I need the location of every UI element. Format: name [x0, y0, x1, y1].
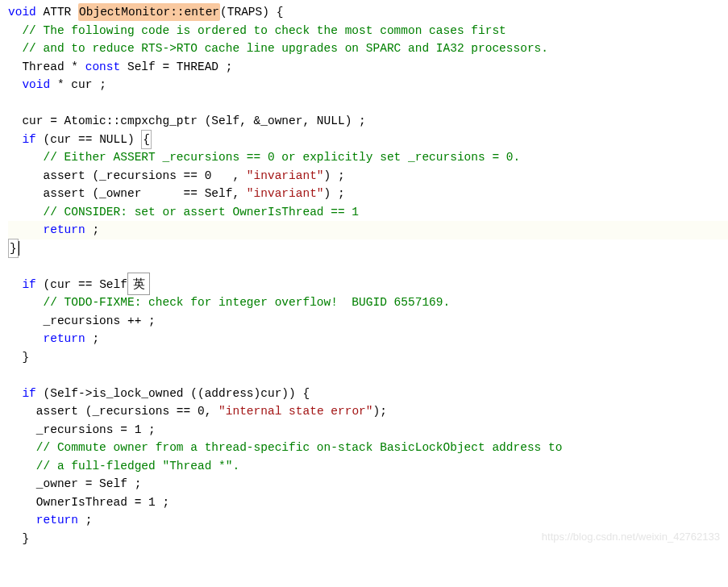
text-cursor	[19, 241, 19, 256]
code-line: _recursions = 1 ;	[8, 421, 728, 439]
code-line: // CONSIDER: set or assert OwnerIsThread…	[8, 203, 728, 222]
code-line: cur = Atomic::cmpxchg_ptr (Self, &_owner…	[8, 112, 728, 131]
comment: // Commute owner from a thread-specific …	[8, 439, 562, 456]
string: "invariant"	[247, 185, 324, 202]
code-line	[8, 94, 728, 113]
brace-highlight: {	[141, 130, 152, 149]
code-editor[interactable]: void ATTR ObjectMonitor::enter(TRAPS) { …	[0, 3, 728, 547]
code-line: // TODO-FIXME: check for integer overflo…	[8, 294, 728, 312]
code-line: void * cur ;	[8, 76, 728, 94]
code-line: assert (_recursions == 0, "internal stat…	[8, 402, 728, 421]
code-line: assert (_owner == Self, "invariant") ;	[8, 185, 728, 203]
string: "invariant"	[247, 167, 324, 185]
code-line: // a full-fledged "Thread *".	[8, 457, 728, 476]
brace-highlight: }	[8, 239, 19, 258]
highlighted-function-name: ObjectMonitor::enter	[78, 3, 220, 21]
code-line: }	[8, 348, 728, 367]
comment: // The following code is ordered to chec…	[8, 22, 506, 40]
code-line: if (cur == NULL) {	[8, 131, 728, 149]
code-line: if (Self->is_lock_owned ((address)cur)) …	[8, 385, 728, 403]
code-line: return ;	[8, 511, 728, 530]
code-line: Thread * const Self = THREAD ;	[8, 58, 728, 77]
code-line: _owner = Self ;	[8, 475, 728, 493]
ime-indicator[interactable]: 英	[127, 273, 150, 295]
code-line: }	[8, 239, 728, 258]
code-line: // Commute owner from a thread-specific …	[8, 439, 728, 457]
comment: // TODO-FIXME: check for integer overflo…	[8, 294, 450, 311]
code-line: // and to reduce RTS->RTO cache line upg…	[8, 40, 728, 58]
code-line: if (cur == Self) {	[8, 276, 728, 294]
code-line: OwnerIsThread = 1 ;	[8, 493, 728, 512]
comment: // and to reduce RTS->RTO cache line upg…	[8, 40, 548, 57]
watermark-text: https://blog.csdn.net/weixin_42762133	[542, 529, 720, 545]
comment: // CONSIDER: set or assert OwnerIsThread…	[8, 203, 359, 221]
string: "internal state error"	[218, 402, 372, 420]
code-line: return ;	[8, 330, 728, 348]
code-line	[8, 366, 728, 385]
comment: // Either ASSERT _recursions == 0 or exp…	[8, 148, 520, 166]
code-line: // The following code is ordered to chec…	[8, 22, 728, 40]
keyword: void	[8, 3, 36, 21]
code-line: void ATTR ObjectMonitor::enter(TRAPS) {	[8, 3, 728, 22]
code-line: // Either ASSERT _recursions == 0 or exp…	[8, 148, 728, 167]
code-line-active: return ;	[8, 221, 728, 239]
code-line	[8, 257, 728, 276]
code-line: assert (_recursions == 0 , "invariant") …	[8, 167, 728, 185]
code-line: _recursions ++ ;	[8, 312, 728, 331]
comment: // a full-fledged "Thread *".	[8, 457, 239, 475]
